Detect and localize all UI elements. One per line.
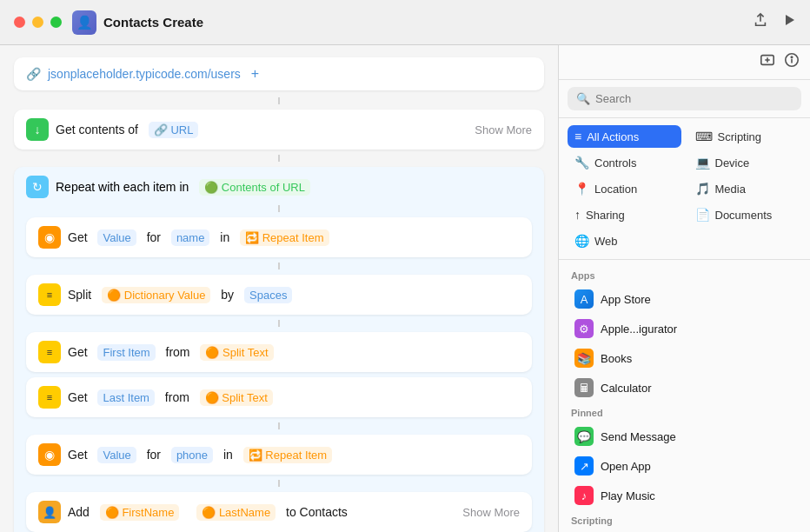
cat-web[interactable]: 🌐 Web: [568, 229, 681, 252]
get-value-phone-step[interactable]: ◉ Get Value for phone in 🔁 Repeat Item: [26, 435, 532, 475]
split-text-tag: 🟠 Split Text: [200, 344, 273, 361]
cat-device[interactable]: 💻 Device: [688, 151, 802, 174]
split-step[interactable]: ≡ Split 🟠 Dictionary Value by Spaces: [26, 275, 532, 315]
add-url-button[interactable]: +: [251, 66, 259, 82]
connector: [278, 97, 280, 104]
send-message-icon: 💬: [574, 427, 594, 446]
scripting-icon: ⌨: [695, 130, 713, 143]
cat-documents[interactable]: 📄 Documents: [688, 203, 802, 226]
cat-media[interactable]: 🎵 Media: [688, 177, 802, 200]
apps-section-label: Apps: [568, 265, 801, 284]
action-apple-configurator[interactable]: ⚙ Apple...igurator: [568, 314, 801, 343]
action-play-music[interactable]: ♪ Play Music: [568, 481, 801, 510]
show-more-contacts[interactable]: Show More: [462, 506, 520, 519]
add-text: Add: [68, 505, 93, 519]
cat-label: Location: [594, 183, 637, 196]
share-button[interactable]: [753, 12, 768, 32]
traffic-lights: [14, 17, 62, 28]
books-icon: 📚: [574, 349, 594, 368]
cat-scripting[interactable]: ⌨ Scripting: [688, 125, 802, 148]
spaces-tag: Spaces: [244, 287, 292, 303]
last-item-tag: Last Item: [97, 389, 154, 406]
add-contacts-step[interactable]: 👤 Add 🟠 FirstName 🟠 LastName to Contacts…: [26, 492, 532, 532]
connector: [278, 320, 280, 327]
search-bar: 🔍: [559, 80, 810, 118]
cat-controls[interactable]: 🔧 Controls: [568, 151, 681, 174]
get-text3: Get: [68, 448, 90, 462]
cat-label: Controls: [594, 156, 636, 170]
action-label: Send Message: [601, 430, 676, 443]
split-text-tag2: 🟠 Split Text: [200, 389, 273, 406]
action-open-app[interactable]: ↗ Open App: [568, 451, 801, 481]
phone-tag: phone: [171, 447, 213, 463]
split-by: by: [217, 288, 237, 302]
show-more-get-contents[interactable]: Show More: [475, 123, 532, 136]
repeat-icon: ↻: [26, 176, 49, 198]
play-music-icon: ♪: [574, 486, 594, 505]
step-text: Get: [68, 230, 90, 244]
value-tag2: Value: [97, 447, 136, 463]
search-input[interactable]: [595, 92, 793, 105]
action-label: Books: [601, 352, 632, 365]
get-value-name-step[interactable]: ◉ Get Value for name in 🔁 Repeat Item: [26, 217, 532, 257]
url-bar[interactable]: 🔗 jsonplaceholder.typicode.com/users +: [14, 57, 544, 90]
repeat-header: ↻ Repeat with each item in 🟢 Contents of…: [26, 176, 532, 198]
info-button[interactable]: [784, 52, 800, 72]
action-books[interactable]: 📚 Books: [568, 343, 801, 373]
first-item-tag: First Item: [97, 344, 155, 361]
cat-label: All Actions: [587, 130, 639, 143]
svg-marker-0: [786, 15, 794, 25]
get-text: Get: [68, 345, 90, 359]
close-button[interactable]: [14, 17, 25, 28]
from-text2: from: [162, 390, 193, 404]
search-input-wrap[interactable]: 🔍: [568, 87, 801, 110]
get-last-step[interactable]: ≡ Get Last Item from 🟠 Split Text: [26, 377, 532, 417]
to-contacts-text: to Contacts: [282, 505, 348, 519]
step-text2: for: [143, 230, 164, 244]
open-app-icon: ↗: [574, 456, 594, 475]
connector: [278, 205, 280, 212]
sharing-icon: ↑: [574, 208, 581, 222]
device-icon: 💻: [695, 156, 710, 170]
zoom-button[interactable]: [50, 17, 62, 28]
connector: [278, 155, 280, 162]
contents-of-url-tag: 🟢 Contents of URL: [199, 179, 310, 196]
lastname-tag: 🟠 LastName: [196, 504, 276, 521]
dict-value-tag: 🟠 Dictionary Value: [102, 287, 210, 303]
cat-label: Sharing: [586, 209, 625, 222]
step-icon-get-contents: ↓: [26, 118, 49, 141]
action-label: Apple...igurator: [601, 323, 677, 336]
repeat-item-tag2: 🔁 Repeat Item: [243, 447, 332, 463]
search-icon: 🔍: [576, 92, 590, 105]
action-send-message[interactable]: 💬 Send Message: [568, 422, 801, 451]
cat-label: Media: [715, 183, 746, 196]
main-content: 🔗 jsonplaceholder.typicode.com/users + ↓…: [0, 45, 810, 532]
add-action-button[interactable]: [760, 52, 775, 72]
app-store-icon: A: [574, 289, 594, 309]
svg-point-6: [791, 57, 792, 57]
calculator-icon: 🖩: [574, 378, 594, 397]
url-tag: 🔗 URL: [149, 122, 199, 138]
minimize-button[interactable]: [32, 17, 43, 28]
action-calculator[interactable]: 🖩 Calculator: [568, 373, 801, 402]
get-first-step[interactable]: ≡ Get First Item from 🟠 Split Text: [26, 332, 532, 372]
step-icon-contacts: 👤: [38, 501, 61, 523]
cat-location[interactable]: 📍 Location: [568, 177, 681, 200]
get-contents-step[interactable]: ↓ Get contents of 🔗 URL Show More: [14, 110, 544, 150]
web-icon: 🌐: [574, 234, 589, 248]
repeat-inner: ◉ Get Value for name in 🔁 Repeat Item ≡ …: [26, 205, 532, 532]
action-app-store[interactable]: A App Store: [568, 284, 801, 314]
cat-sharing[interactable]: ↑ Sharing: [568, 203, 681, 226]
action-label: App Store: [601, 293, 651, 306]
for-text: for: [143, 448, 164, 462]
repeat-label: Repeat with each item in: [56, 180, 192, 194]
cat-all-actions[interactable]: ≡ All Actions: [568, 125, 681, 148]
from-text: from: [163, 345, 194, 359]
cat-label: Scripting: [718, 130, 762, 143]
right-header: [559, 45, 810, 80]
get-text2: Get: [68, 390, 90, 404]
connector: [278, 422, 280, 429]
apple-configurator-icon: ⚙: [574, 319, 594, 338]
step-icon-get-value: ◉: [38, 226, 61, 249]
run-button[interactable]: [782, 13, 796, 31]
